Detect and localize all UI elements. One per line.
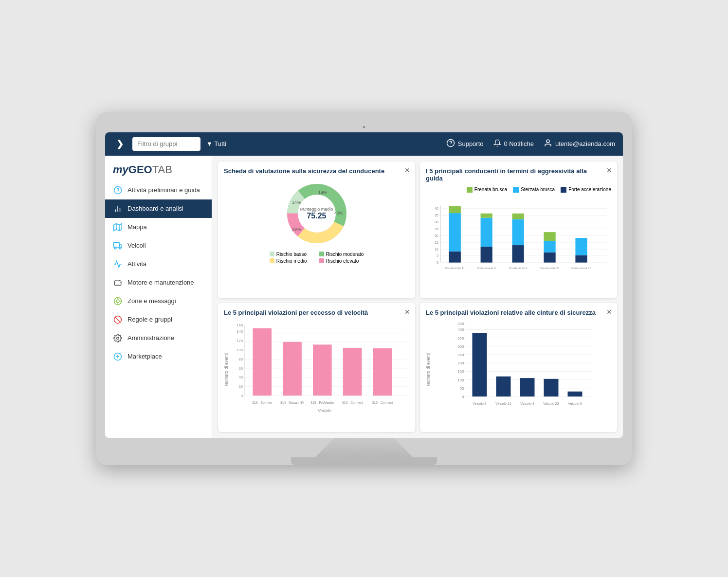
svg-text:Conducente 6: Conducente 6 — [477, 266, 496, 269]
sterzata-label: Sterzata brusca — [521, 187, 555, 192]
card-cinture-title: Le 5 principali violazioni relative alle… — [426, 309, 611, 316]
svg-rect-65 — [575, 255, 587, 262]
sidebar-label-attivita2: Attività — [127, 260, 146, 268]
main-layout: myGEOTAB Attività preliminari e guida — [105, 156, 623, 438]
logo: myGEOTAB — [105, 156, 212, 181]
svg-text:5: 5 — [437, 254, 438, 257]
sidebar-item-marketplace[interactable]: Marketplace — [105, 347, 212, 366]
activity-icon — [113, 259, 123, 269]
accelerazione-color — [561, 187, 566, 193]
svg-rect-50 — [449, 213, 461, 252]
svg-rect-51 — [449, 206, 461, 213]
legend-color-0 — [270, 252, 274, 256]
svg-text:Veicolo: Veicolo — [318, 408, 331, 413]
svg-rect-53 — [481, 246, 492, 262]
sidebar-item-admin[interactable]: Amministrazione — [105, 329, 212, 347]
card-cinture-close[interactable]: ✕ — [606, 308, 612, 316]
sidebar-item-veicoli[interactable]: Veicoli — [105, 236, 212, 255]
sidebar-item-attivita[interactable]: Attività preliminari e guida — [105, 181, 212, 199]
legend-item-0: Rischio basso — [270, 252, 314, 257]
sterzata-color — [513, 187, 519, 193]
aggressivita-chart: 0 5 10 15 20 25 30 35 40 — [426, 196, 611, 283]
legend-color-1 — [319, 252, 324, 256]
svg-text:316 - Connect: 316 - Connect — [342, 401, 363, 404]
aggressivita-legend: Frenata brusca Sterzata brusca Forte acc… — [426, 187, 611, 193]
card-aggressivita-close[interactable]: ✕ — [606, 166, 612, 174]
filter-dropdown[interactable]: ▼ Tutti — [206, 140, 226, 147]
svg-text:20: 20 — [435, 234, 438, 237]
marketplace-icon — [113, 352, 123, 361]
svg-text:Veicolo 23: Veicolo 23 — [543, 402, 559, 405]
svg-point-10 — [114, 247, 116, 249]
svg-text:315 - ProMaster: 315 - ProMaster — [310, 401, 334, 404]
sidebar-item-mappa[interactable]: Mappa — [105, 218, 212, 236]
map-icon — [113, 222, 123, 232]
velocita-y-label: Numero di eventi — [224, 353, 229, 386]
svg-text:29%: 29% — [291, 227, 300, 232]
card-aggressivita: I 5 principali conducenti in termini di … — [420, 162, 617, 299]
user-label: utente@azienda.com — [555, 140, 615, 147]
svg-rect-123 — [544, 379, 559, 397]
svg-text:100: 100 — [237, 348, 243, 352]
sidebar-item-motore[interactable]: Motore e manutenzione — [105, 273, 212, 292]
sidebar-label-marketplace: Marketplace — [127, 353, 162, 360]
sidebar-item-zone[interactable]: Zone e messaggi — [105, 292, 212, 310]
svg-rect-88 — [283, 342, 302, 396]
svg-text:140: 140 — [237, 329, 243, 334]
filter-input[interactable] — [132, 137, 200, 151]
svg-rect-61 — [544, 252, 555, 262]
monitor: ● ❯ ▼ Tutti Supporto — [96, 112, 632, 465]
frenata-color — [467, 187, 473, 193]
top-bar: ❯ ▼ Tutti Supporto — [105, 132, 623, 156]
card-aggressivita-title: I 5 principali conducenti in termini di … — [426, 167, 611, 182]
svg-rect-59 — [512, 213, 524, 219]
svg-rect-90 — [313, 344, 332, 396]
notifications-button[interactable]: 0 Notifiche — [493, 139, 534, 148]
legend-item-3: Rischio elevato — [319, 258, 364, 264]
card-velocita-close[interactable]: ✕ — [404, 308, 410, 316]
svg-rect-12 — [114, 281, 121, 285]
gear-icon — [113, 333, 123, 343]
sidebar-item-dashboard[interactable]: Dashboard e analisi — [105, 199, 212, 218]
svg-text:0: 0 — [241, 394, 243, 398]
svg-text:15: 15 — [435, 240, 438, 244]
legend-sterzata: Sterzata brusca — [513, 187, 555, 193]
question-icon — [113, 185, 123, 195]
svg-rect-8 — [114, 242, 119, 247]
velocita-chart-container: Numero di eventi 0 20 40 60 80 100 120 1… — [224, 321, 409, 418]
legend-item-2: Rischio medio — [270, 258, 314, 264]
monitor-dot: ● — [105, 121, 623, 132]
svg-rect-119 — [496, 377, 511, 397]
sidebar-label-mappa: Mappa — [127, 223, 147, 231]
svg-text:Conducente 11: Conducente 11 — [445, 266, 465, 269]
sidebar-label-attivita: Attività preliminari e guida — [127, 186, 200, 194]
card-valutazione-title: Scheda di valutazione sulla sicurezza de… — [224, 167, 409, 175]
chart-icon — [113, 204, 123, 214]
support-button[interactable]: Supporto — [446, 139, 484, 149]
svg-text:300: 300 — [457, 344, 464, 349]
legend-accelerazione: Forte accelerazione — [561, 187, 611, 193]
legend-frenata: Frenata brusca — [467, 187, 507, 193]
cinture-y-label: Numero di eventi — [426, 353, 431, 386]
donut-center: Punteggio medio 75.25 — [300, 207, 333, 220]
svg-line-16 — [115, 317, 121, 322]
sidebar-item-attivita2[interactable]: Attività — [105, 255, 212, 273]
sidebar-item-regole[interactable]: Regole e gruppi — [105, 310, 212, 329]
legend-label-1: Rischio moderato — [326, 252, 364, 257]
svg-text:Conducente 1: Conducente 1 — [509, 266, 528, 269]
svg-text:43%: 43% — [334, 211, 343, 216]
card-valutazione-close[interactable]: ✕ — [404, 166, 410, 174]
bell-icon — [493, 139, 501, 148]
svg-text:50: 50 — [460, 386, 464, 391]
svg-marker-9 — [119, 244, 122, 247]
sidebar-label-admin: Amministrazione — [127, 334, 174, 342]
svg-rect-57 — [512, 245, 524, 263]
card-valutazione: Scheda di valutazione sulla sicurezza de… — [218, 162, 415, 299]
svg-text:450: 450 — [457, 322, 464, 326]
engine-icon — [113, 278, 123, 288]
svg-text:10: 10 — [435, 247, 438, 251]
svg-text:60: 60 — [239, 366, 243, 371]
nav-arrow-button[interactable]: ❯ — [113, 139, 127, 149]
user-menu[interactable]: utente@azienda.com — [544, 139, 615, 149]
svg-text:Veicolo 11: Veicolo 11 — [495, 402, 511, 405]
